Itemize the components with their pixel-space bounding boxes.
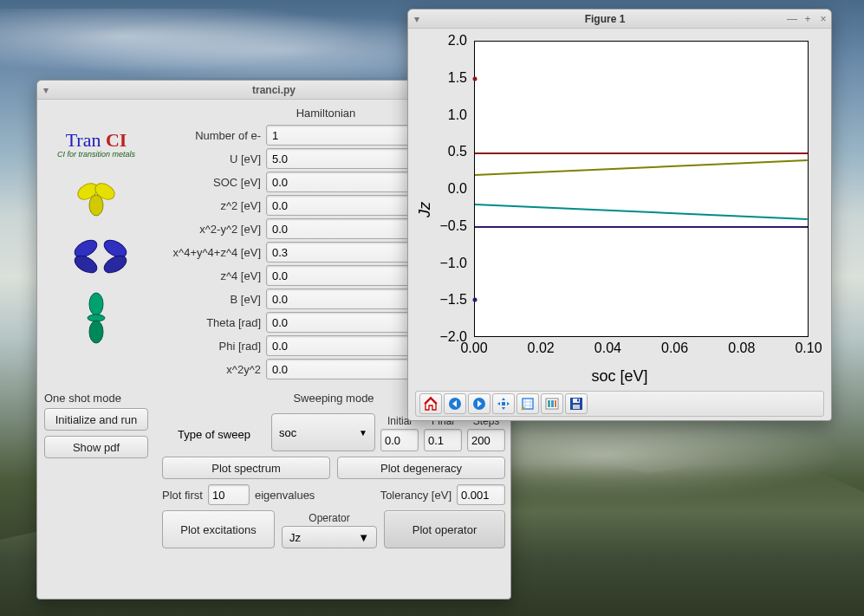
x-axis-label: soc [eV] xyxy=(591,367,647,386)
back-icon[interactable] xyxy=(444,393,466,414)
figure-toolbar xyxy=(415,391,824,417)
chart-point xyxy=(473,297,477,302)
operator-value: Jz xyxy=(289,531,301,544)
chart-series xyxy=(475,204,808,220)
svg-rect-15 xyxy=(548,400,550,407)
x-tick: 0.08 xyxy=(728,340,755,356)
x-tick: 0.02 xyxy=(528,340,555,356)
x-tick: 0.00 xyxy=(460,340,487,356)
orbital-yellow-icon xyxy=(70,174,122,217)
window-menu-icon[interactable]: ▾ xyxy=(37,84,55,96)
y-tick: 1.5 xyxy=(448,70,467,86)
y-tick: 2.0 xyxy=(448,33,467,49)
operator-dropdown[interactable]: Jz ▼ xyxy=(282,526,377,548)
x-tick: 0.06 xyxy=(661,340,688,356)
caret-down-icon: ▼ xyxy=(358,531,369,544)
chart-point xyxy=(473,76,477,81)
steps-input[interactable] xyxy=(467,429,505,451)
y-tick: −1.0 xyxy=(439,256,467,271)
chart-series xyxy=(475,159,808,176)
tolerancy-label: Tolerancy [eV] xyxy=(380,489,451,502)
field-label: SOC [eV] xyxy=(148,176,261,189)
plot-degeneracy-button[interactable]: Plot degeneracy xyxy=(337,457,505,479)
logo-column: Tran CI CI for transition metals xyxy=(44,103,148,379)
plot-spectrum-label: Plot spectrum xyxy=(211,462,280,475)
plot-excitations-button[interactable]: Plot excitations xyxy=(162,510,275,548)
svg-point-7 xyxy=(89,293,103,315)
orbital-blue-icon xyxy=(70,233,122,276)
figure-title: Figure 1 xyxy=(426,13,784,25)
x-tick: 0.10 xyxy=(795,340,822,356)
home-icon[interactable] xyxy=(419,393,442,414)
plot-area[interactable]: Jz soc [eV] 2.01.51.00.50.0−0.5−1.0−1.5−… xyxy=(415,32,824,387)
logo-subtitle: CI for transition metals xyxy=(44,150,148,159)
y-tick: 0.0 xyxy=(448,181,467,197)
sweep-type-value: soc xyxy=(279,426,296,439)
y-tick: 0.5 xyxy=(448,144,467,159)
plot-frame xyxy=(474,41,809,337)
sweep-type-label: Type of sweep xyxy=(162,428,266,451)
initialize-run-label: Initialize and run xyxy=(55,413,138,426)
field-label: Theta [rad] xyxy=(148,316,261,329)
oneshot-heading: One shot mode xyxy=(44,392,148,405)
field-label: z^4 [eV] xyxy=(148,269,261,282)
figure-window: ▾ Figure 1 — + × Jz soc [eV] 2.01.51.00.… xyxy=(407,9,832,421)
svg-rect-20 xyxy=(573,405,580,409)
x-tick: 0.04 xyxy=(594,340,621,356)
plot-operator-button[interactable]: Plot operator xyxy=(384,510,505,548)
maximize-icon[interactable]: + xyxy=(800,13,815,25)
zoom-icon[interactable] xyxy=(516,393,539,414)
initialize-run-button[interactable]: Initialize and run xyxy=(44,408,148,431)
svg-rect-16 xyxy=(551,400,554,407)
field-label: Phi [rad] xyxy=(148,340,261,353)
figure-titlebar[interactable]: ▾ Figure 1 — + × xyxy=(408,10,831,29)
plot-spectrum-button[interactable]: Plot spectrum xyxy=(162,457,330,479)
plot-first-input[interactable] xyxy=(208,484,250,505)
field-label: x^4+y^4+z^4 [eV] xyxy=(148,246,261,259)
logo-text: Tran CI xyxy=(44,129,148,152)
plot-first-label: Plot first xyxy=(162,489,203,502)
y-tick: −0.5 xyxy=(439,218,467,234)
svg-rect-21 xyxy=(577,399,579,402)
window-menu-icon[interactable]: ▾ xyxy=(408,13,426,25)
y-tick: 1.0 xyxy=(448,107,467,123)
chart-series xyxy=(475,152,808,154)
field-label: z^2 [eV] xyxy=(148,199,261,212)
field-label: x^2y^2 xyxy=(148,363,261,376)
initial-input[interactable] xyxy=(380,429,419,451)
plot-excitations-label: Plot excitations xyxy=(180,523,256,536)
sweep-type-dropdown[interactable]: soc ▼ xyxy=(271,413,375,451)
svg-rect-17 xyxy=(555,400,556,407)
caret-down-icon: ▼ xyxy=(359,428,367,438)
close-icon[interactable]: × xyxy=(815,13,831,25)
configure-icon[interactable] xyxy=(541,393,563,414)
plot-operator-label: Plot operator xyxy=(413,523,477,536)
orbital-green-icon xyxy=(70,292,122,335)
field-label: x^2-y^2 [eV] xyxy=(148,223,261,236)
operator-label: Operator xyxy=(309,512,349,524)
svg-rect-12 xyxy=(502,402,505,405)
minimize-icon[interactable]: — xyxy=(784,13,800,25)
logo-tran: Tran xyxy=(66,129,101,151)
svg-point-2 xyxy=(89,195,103,216)
field-label: Number of e- xyxy=(148,129,261,142)
plot-degeneracy-label: Plot degeneracy xyxy=(380,462,462,475)
field-label: B [eV] xyxy=(148,293,261,306)
svg-point-9 xyxy=(89,321,103,343)
y-tick: −1.5 xyxy=(439,292,467,308)
show-pdf-label: Show pdf xyxy=(73,441,120,454)
tolerancy-input[interactable] xyxy=(457,484,505,505)
chart-series xyxy=(475,226,808,228)
forward-icon[interactable] xyxy=(468,393,490,414)
final-input[interactable] xyxy=(424,429,462,451)
pan-icon[interactable] xyxy=(492,393,515,414)
field-label: U [eV] xyxy=(148,152,261,165)
logo-ci: CI xyxy=(106,129,127,151)
save-icon[interactable] xyxy=(565,393,588,414)
plot-first-suffix: eigenvalues xyxy=(255,489,315,502)
show-pdf-button[interactable]: Show pdf xyxy=(44,436,148,458)
